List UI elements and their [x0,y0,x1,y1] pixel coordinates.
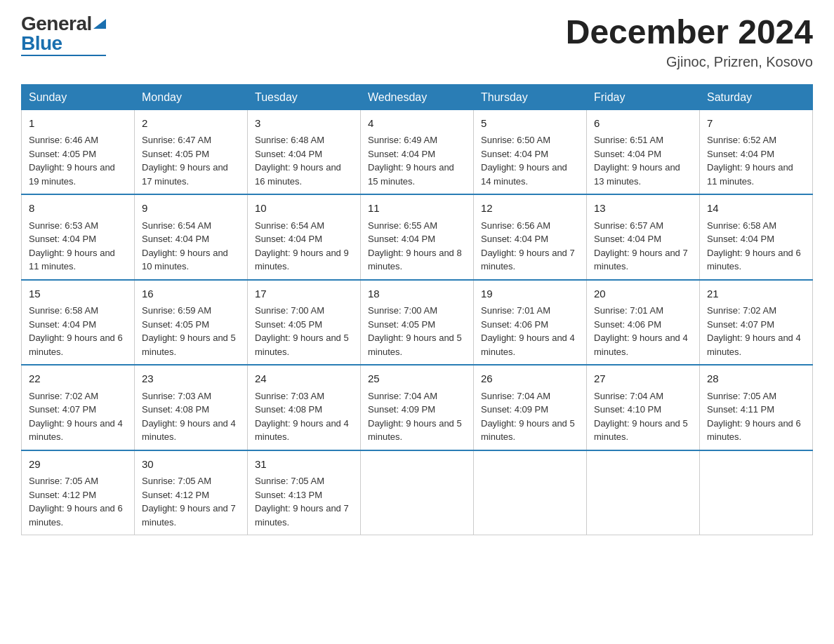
calendar-header-row: SundayMondayTuesdayWednesdayThursdayFrid… [22,85,813,110]
day-info: Sunrise: 6:58 AMSunset: 4:04 PMDaylight:… [707,220,801,272]
day-info: Sunrise: 7:00 AMSunset: 4:05 PMDaylight:… [255,305,349,357]
day-info: Sunrise: 7:03 AMSunset: 4:08 PMDaylight:… [142,391,236,443]
calendar-cell: 7Sunrise: 6:52 AMSunset: 4:04 PMDaylight… [700,109,813,194]
calendar-cell: 3Sunrise: 6:48 AMSunset: 4:04 PMDaylight… [248,109,361,194]
logo-underline [21,55,106,56]
calendar-cell: 28Sunrise: 7:05 AMSunset: 4:11 PMDayligh… [700,365,813,450]
svg-marker-0 [93,19,106,29]
calendar-cell: 5Sunrise: 6:50 AMSunset: 4:04 PMDaylight… [474,109,587,194]
calendar-cell: 30Sunrise: 7:05 AMSunset: 4:12 PMDayligh… [135,450,248,535]
day-info: Sunrise: 7:02 AMSunset: 4:07 PMDaylight:… [29,391,123,443]
day-number: 2 [142,116,240,132]
calendar-cell: 1Sunrise: 6:46 AMSunset: 4:05 PMDaylight… [22,109,135,194]
calendar-cell: 24Sunrise: 7:03 AMSunset: 4:08 PMDayligh… [248,365,361,450]
calendar-cell [587,450,700,535]
title-block: December 2024 Gjinoc, Prizren, Kosovo [566,14,813,70]
day-info: Sunrise: 7:01 AMSunset: 4:06 PMDaylight:… [481,305,575,357]
calendar-cell: 25Sunrise: 7:04 AMSunset: 4:09 PMDayligh… [361,365,474,450]
day-info: Sunrise: 6:56 AMSunset: 4:04 PMDaylight:… [481,220,575,272]
day-info: Sunrise: 7:02 AMSunset: 4:07 PMDaylight:… [707,305,801,357]
calendar-table: SundayMondayTuesdayWednesdayThursdayFrid… [21,84,813,536]
calendar-cell: 9Sunrise: 6:54 AMSunset: 4:04 PMDaylight… [135,194,248,280]
calendar-cell: 21Sunrise: 7:02 AMSunset: 4:07 PMDayligh… [700,280,813,365]
logo-general-text: General [21,14,92,34]
day-number: 29 [29,457,127,473]
day-number: 26 [481,371,579,387]
calendar-cell: 27Sunrise: 7:04 AMSunset: 4:10 PMDayligh… [587,365,700,450]
calendar-cell [700,450,813,535]
calendar-week-row: 8Sunrise: 6:53 AMSunset: 4:04 PMDaylight… [22,194,813,280]
day-number: 1 [29,116,127,132]
calendar-week-row: 22Sunrise: 7:02 AMSunset: 4:07 PMDayligh… [22,365,813,450]
calendar-week-row: 15Sunrise: 6:58 AMSunset: 4:04 PMDayligh… [22,280,813,365]
calendar-week-row: 1Sunrise: 6:46 AMSunset: 4:05 PMDaylight… [22,109,813,194]
calendar-week-row: 29Sunrise: 7:05 AMSunset: 4:12 PMDayligh… [22,450,813,535]
day-number: 25 [368,371,466,387]
day-number: 23 [142,371,240,387]
day-info: Sunrise: 7:05 AMSunset: 4:12 PMDaylight:… [142,476,236,528]
day-info: Sunrise: 7:04 AMSunset: 4:09 PMDaylight:… [481,391,575,443]
day-info: Sunrise: 6:49 AMSunset: 4:04 PMDaylight:… [368,135,454,187]
calendar-cell: 12Sunrise: 6:56 AMSunset: 4:04 PMDayligh… [474,194,587,280]
day-info: Sunrise: 6:57 AMSunset: 4:04 PMDaylight:… [594,220,688,272]
day-number: 3 [255,116,353,132]
calendar-cell: 22Sunrise: 7:02 AMSunset: 4:07 PMDayligh… [22,365,135,450]
calendar-cell: 16Sunrise: 6:59 AMSunset: 4:05 PMDayligh… [135,280,248,365]
month-title: December 2024 [566,14,813,51]
day-info: Sunrise: 6:50 AMSunset: 4:04 PMDaylight:… [481,135,567,187]
day-info: Sunrise: 7:05 AMSunset: 4:13 PMDaylight:… [255,476,349,528]
day-info: Sunrise: 6:54 AMSunset: 4:04 PMDaylight:… [142,220,228,272]
calendar-cell [361,450,474,535]
header-monday: Monday [135,85,248,110]
day-info: Sunrise: 7:05 AMSunset: 4:12 PMDaylight:… [29,476,123,528]
day-number: 21 [707,286,805,302]
day-info: Sunrise: 6:48 AMSunset: 4:04 PMDaylight:… [255,135,341,187]
calendar-cell: 20Sunrise: 7:01 AMSunset: 4:06 PMDayligh… [587,280,700,365]
location: Gjinoc, Prizren, Kosovo [566,54,813,70]
calendar-cell: 11Sunrise: 6:55 AMSunset: 4:04 PMDayligh… [361,194,474,280]
day-info: Sunrise: 7:03 AMSunset: 4:08 PMDaylight:… [255,391,349,443]
day-info: Sunrise: 7:00 AMSunset: 4:05 PMDaylight:… [368,305,462,357]
day-info: Sunrise: 6:55 AMSunset: 4:04 PMDaylight:… [368,220,462,272]
day-info: Sunrise: 6:51 AMSunset: 4:04 PMDaylight:… [594,135,680,187]
day-info: Sunrise: 6:58 AMSunset: 4:04 PMDaylight:… [29,305,123,357]
header-sunday: Sunday [22,85,135,110]
day-number: 27 [594,371,692,387]
calendar-cell: 6Sunrise: 6:51 AMSunset: 4:04 PMDaylight… [587,109,700,194]
day-number: 8 [29,201,127,217]
day-number: 5 [481,116,579,132]
day-number: 17 [255,286,353,302]
calendar-cell: 17Sunrise: 7:00 AMSunset: 4:05 PMDayligh… [248,280,361,365]
day-number: 18 [368,286,466,302]
day-info: Sunrise: 7:04 AMSunset: 4:10 PMDaylight:… [594,391,688,443]
day-info: Sunrise: 7:04 AMSunset: 4:09 PMDaylight:… [368,391,462,443]
day-number: 4 [368,116,466,132]
day-number: 11 [368,201,466,217]
day-number: 10 [255,201,353,217]
day-number: 14 [707,201,805,217]
page-header: General Blue December 2024 Gjinoc, Prizr… [21,14,813,70]
day-number: 6 [594,116,692,132]
day-number: 9 [142,201,240,217]
header-saturday: Saturday [700,85,813,110]
day-number: 28 [707,371,805,387]
calendar-cell: 15Sunrise: 6:58 AMSunset: 4:04 PMDayligh… [22,280,135,365]
day-number: 20 [594,286,692,302]
day-info: Sunrise: 6:46 AMSunset: 4:05 PMDaylight:… [29,135,115,187]
calendar-cell: 29Sunrise: 7:05 AMSunset: 4:12 PMDayligh… [22,450,135,535]
header-friday: Friday [587,85,700,110]
day-info: Sunrise: 6:59 AMSunset: 4:05 PMDaylight:… [142,305,236,357]
logo: General Blue [21,14,106,56]
calendar-cell: 4Sunrise: 6:49 AMSunset: 4:04 PMDaylight… [361,109,474,194]
calendar-cell: 10Sunrise: 6:54 AMSunset: 4:04 PMDayligh… [248,194,361,280]
day-info: Sunrise: 6:52 AMSunset: 4:04 PMDaylight:… [707,135,793,187]
calendar-cell: 18Sunrise: 7:00 AMSunset: 4:05 PMDayligh… [361,280,474,365]
calendar-cell: 14Sunrise: 6:58 AMSunset: 4:04 PMDayligh… [700,194,813,280]
day-number: 24 [255,371,353,387]
calendar-cell: 2Sunrise: 6:47 AMSunset: 4:05 PMDaylight… [135,109,248,194]
day-number: 16 [142,286,240,302]
day-number: 13 [594,201,692,217]
calendar-cell: 13Sunrise: 6:57 AMSunset: 4:04 PMDayligh… [587,194,700,280]
day-number: 22 [29,371,127,387]
logo-triangle-icon [93,16,106,29]
